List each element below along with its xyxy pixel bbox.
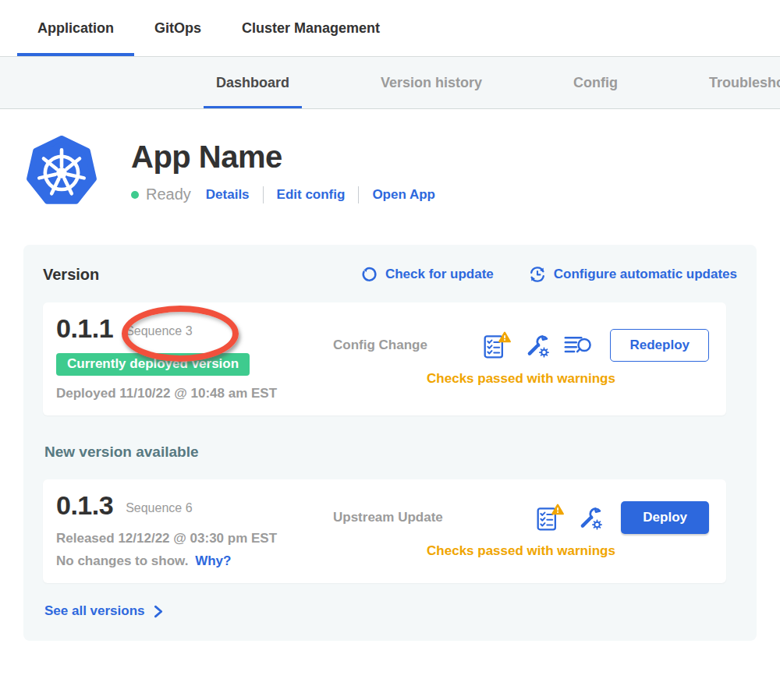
check-for-update-label: Check for update: [385, 267, 494, 282]
details-link[interactable]: Details: [206, 187, 250, 203]
no-changes-row: No changes to show. Why?: [56, 553, 333, 569]
deployed-version-row: 0.1.1 Sequence 3: [56, 313, 333, 344]
preflight-checklist-warning-icon[interactable]: [482, 331, 512, 359]
deployed-version-number: 0.1.1: [56, 313, 113, 344]
available-version-actions: Upstream Update: [333, 490, 709, 569]
kubernetes-logo-icon: [26, 136, 98, 207]
available-version-info: 0.1.3 Sequence 6 Released 12/12/22 @ 03:…: [56, 490, 333, 569]
tab-dashboard[interactable]: Dashboard: [204, 57, 302, 108]
version-panel: Version Check for update Configure autom…: [23, 245, 757, 641]
edit-config-link[interactable]: Edit config: [277, 187, 346, 203]
app-header-text: App Name Ready Details Edit config Open …: [131, 136, 435, 203]
available-checks-status: Checks passed with warnings: [333, 543, 709, 559]
deployed-version-card: 0.1.1 Sequence 3 Currently deployed vers…: [43, 302, 726, 415]
configure-automatic-updates-label: Configure automatic updates: [554, 267, 737, 282]
divider: [358, 186, 359, 203]
why-link[interactable]: Why?: [195, 553, 231, 568]
top-nav-item-gitops[interactable]: GitOps: [134, 0, 222, 56]
new-version-available-heading: New version available: [44, 444, 737, 461]
top-nav: Application GitOps Cluster Management: [0, 0, 780, 56]
config-wrench-icon[interactable]: [577, 504, 604, 531]
see-all-versions-label: See all versions: [44, 603, 145, 619]
available-version-icon-actions: [535, 504, 604, 532]
version-panel-header: Version Check for update Configure autom…: [43, 265, 737, 284]
tab-troubleshoot[interactable]: Troubleshoot: [697, 57, 780, 108]
page-title: App Name: [131, 139, 435, 175]
deploy-button[interactable]: Deploy: [621, 501, 709, 534]
deployed-checks-status: Checks passed with warnings: [333, 371, 709, 387]
no-changes-text: No changes to show.: [56, 553, 188, 568]
app-header: App Name Ready Details Edit config Open …: [0, 109, 780, 207]
view-files-icon[interactable]: [563, 334, 593, 356]
tab-version-history[interactable]: Version history: [368, 57, 495, 108]
check-for-update-link[interactable]: Check for update: [361, 266, 494, 283]
auto-update-clock-icon: [528, 265, 547, 284]
refresh-icon: [361, 266, 378, 283]
configure-automatic-updates-link[interactable]: Configure automatic updates: [528, 265, 737, 284]
released-date-text: Released 12/12/22 @ 03:30 pm EST: [56, 531, 333, 546]
open-app-link[interactable]: Open App: [372, 187, 435, 203]
chevron-right-icon: [153, 605, 163, 618]
deployed-version-actions: Config Change: [333, 313, 709, 401]
deployed-version-icon-actions: [482, 331, 593, 359]
available-version-card: 0.1.3 Sequence 6 Released 12/12/22 @ 03:…: [43, 479, 726, 583]
redeploy-button[interactable]: Redeploy: [610, 329, 709, 362]
available-change-type-label: Upstream Update: [333, 510, 443, 525]
top-nav-item-application[interactable]: Application: [17, 0, 134, 56]
app-status-row: Ready Details Edit config Open App: [131, 186, 435, 203]
config-wrench-icon[interactable]: [524, 332, 551, 359]
currently-deployed-badge: Currently deployed version: [56, 353, 250, 376]
deployed-date-text: Deployed 11/10/22 @ 10:48 am EST: [56, 386, 333, 401]
divider: [263, 186, 264, 203]
deployed-sequence-label: Sequence 3: [126, 320, 192, 338]
available-sequence-label: Sequence 6: [126, 497, 192, 515]
ready-status-dot-icon: [131, 191, 139, 199]
deployed-change-type-label: Config Change: [333, 338, 427, 353]
version-heading: Version: [43, 266, 99, 284]
see-all-versions-link[interactable]: See all versions: [44, 603, 737, 619]
available-version-row: 0.1.3 Sequence 6: [56, 490, 333, 521]
app-sub-nav: Dashboard Version history Config Trouble…: [0, 56, 780, 109]
available-version-number: 0.1.3: [56, 490, 113, 521]
version-panel-actions: Check for update Configure automatic upd…: [361, 265, 737, 284]
tab-config[interactable]: Config: [561, 57, 630, 108]
top-nav-item-cluster-management[interactable]: Cluster Management: [222, 0, 400, 56]
deployed-version-info: 0.1.1 Sequence 3 Currently deployed vers…: [56, 313, 333, 401]
preflight-checklist-warning-icon[interactable]: [535, 504, 565, 532]
status-badge: Ready: [146, 186, 191, 203]
